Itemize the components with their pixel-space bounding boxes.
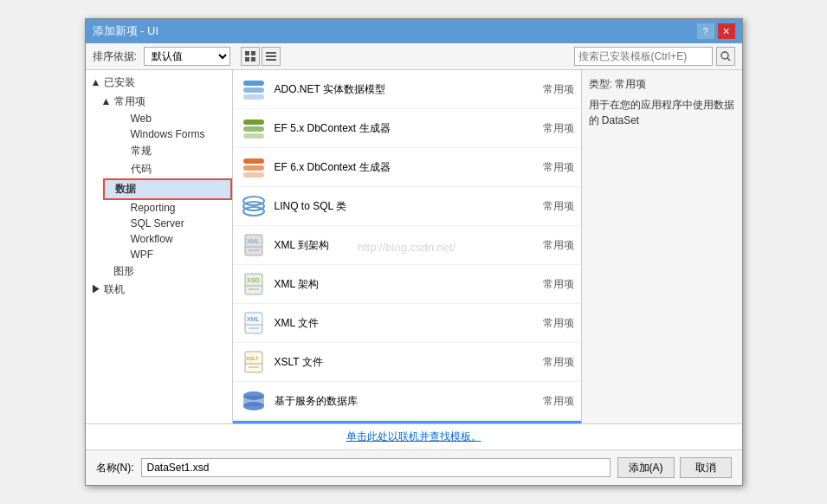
- item-category: 常用项: [522, 160, 574, 175]
- list-item[interactable]: EF 5.x DbContext 生成器常用项: [233, 109, 581, 148]
- installed-arrow: ▲: [91, 76, 104, 88]
- svg-rect-0: [245, 51, 249, 55]
- tree-item-web[interactable]: Web: [103, 111, 232, 126]
- svg-point-7: [721, 52, 728, 59]
- svg-rect-9: [243, 81, 264, 86]
- list-view-button[interactable]: [262, 47, 281, 66]
- toolbar: 排序依据: 默认值: [86, 43, 742, 70]
- bottom-link-area: 单击此处以联机并查找模板。: [86, 423, 742, 450]
- title-bar: 添加新项 - UI ? ✕: [86, 19, 742, 43]
- item-category: 常用项: [522, 82, 574, 97]
- installed-section[interactable]: ▲ ▲ 已安装已安装: [86, 74, 232, 92]
- name-input[interactable]: [141, 458, 611, 477]
- list-item[interactable]: XSLTXSLT 文件常用项: [233, 343, 581, 382]
- close-button[interactable]: ✕: [718, 23, 735, 39]
- sort-select[interactable]: 默认值: [144, 47, 230, 66]
- svg-rect-15: [243, 158, 264, 164]
- add-new-item-dialog: 添加新项 - UI ? ✕ 排序依据: 默认值: [85, 18, 743, 486]
- list-item[interactable]: ADO.NET 实体数据模型常用项: [233, 70, 581, 109]
- search-area: [574, 47, 735, 66]
- svg-text:XSLT: XSLT: [246, 356, 259, 361]
- network-section[interactable]: ▶ 联机: [86, 281, 232, 299]
- network-label: ▶ 联机: [91, 283, 125, 295]
- view-icons: [241, 47, 281, 66]
- item-icon: [240, 153, 268, 181]
- item-icon: XSD: [240, 270, 268, 298]
- item-icon: [240, 75, 268, 103]
- dialog-title: 添加新项 - UI: [93, 23, 159, 39]
- list-item[interactable]: 数据集常用项: [233, 421, 581, 423]
- item-icon: XML: [240, 231, 268, 259]
- list-item[interactable]: LINQ to SQL 类常用项: [233, 187, 581, 226]
- tree-item-wpf[interactable]: WPF: [103, 247, 232, 262]
- svg-point-39: [243, 402, 264, 410]
- tree-item-data[interactable]: 数据: [103, 178, 232, 200]
- item-icon: [240, 387, 268, 415]
- item-name: XML 到架构: [275, 238, 515, 253]
- svg-text:XML: XML: [247, 238, 260, 244]
- item-icon: XML: [240, 309, 268, 337]
- svg-rect-16: [243, 165, 264, 171]
- type-label: 类型: 常用项: [589, 77, 735, 92]
- svg-text:XML: XML: [247, 316, 260, 322]
- item-category: 常用项: [522, 199, 574, 214]
- list-item[interactable]: XMLXML 到架构常用项: [233, 226, 581, 265]
- svg-rect-10: [243, 87, 264, 93]
- item-name: 基于服务的数据库: [275, 394, 515, 409]
- list-item[interactable]: XMLXML 文件常用项: [233, 304, 581, 343]
- item-name: EF 6.x DbContext 生成器: [275, 160, 515, 175]
- search-input[interactable]: [574, 47, 713, 66]
- tree-item-winforms[interactable]: Windows Forms: [103, 126, 232, 142]
- tree-item-sqlserver[interactable]: SQL Server: [103, 216, 232, 231]
- title-bar-buttons: ? ✕: [697, 23, 735, 39]
- item-name: XML 架构: [275, 277, 515, 292]
- list-item[interactable]: EF 6.x DbContext 生成器常用项: [233, 148, 581, 187]
- help-button[interactable]: ?: [697, 23, 714, 39]
- cancel-button[interactable]: 取消: [680, 457, 732, 478]
- svg-rect-3: [251, 57, 255, 61]
- footer-buttons: 添加(A) 取消: [617, 457, 732, 478]
- item-category: 常用项: [522, 316, 574, 331]
- item-icon: [240, 192, 268, 220]
- item-icon: XSLT: [240, 348, 268, 376]
- item-name: LINQ to SQL 类: [275, 199, 515, 214]
- search-button[interactable]: [716, 47, 735, 66]
- tree-item-graphic[interactable]: 图形: [94, 262, 232, 281]
- svg-rect-11: [243, 94, 264, 100]
- svg-rect-12: [243, 120, 264, 125]
- description: 用于在您的应用程序中使用数据的 DataSet: [589, 97, 735, 128]
- item-name: ADO.NET 实体数据模型: [275, 82, 515, 97]
- content-area: ▲ ▲ 已安装已安装 ▲ 常用项 Web Windows Forms 常规 代码…: [86, 70, 742, 423]
- item-category: 常用项: [522, 121, 574, 136]
- item-name: XML 文件: [275, 316, 515, 331]
- item-name: XSLT 文件: [275, 355, 515, 370]
- svg-rect-17: [243, 172, 264, 178]
- right-panel: 类型: 常用项 用于在您的应用程序中使用数据的 DataSet: [582, 70, 742, 423]
- tree-item-normal[interactable]: 常规: [103, 142, 232, 160]
- svg-line-8: [727, 58, 730, 61]
- list-item[interactable]: XSDXML 架构常用项: [233, 265, 581, 304]
- item-category: 常用项: [522, 277, 574, 292]
- main-list: ADO.NET 实体数据模型常用项EF 5.x DbContext 生成器常用项…: [233, 70, 582, 423]
- item-category: 常用项: [522, 355, 574, 370]
- tree-item-code[interactable]: 代码: [103, 160, 232, 178]
- sort-label: 排序依据:: [93, 49, 137, 64]
- grid-view-button[interactable]: [241, 47, 260, 66]
- svg-rect-4: [266, 52, 276, 54]
- item-name: EF 5.x DbContext 生成器: [275, 121, 515, 136]
- name-label: 名称(N):: [96, 461, 134, 475]
- svg-rect-2: [245, 57, 249, 61]
- add-button[interactable]: 添加(A): [617, 457, 675, 478]
- online-link[interactable]: 单击此处以联机并查找模板。: [346, 430, 481, 443]
- item-category: 常用项: [522, 394, 574, 409]
- common-group[interactable]: ▲ 常用项: [94, 92, 232, 111]
- footer: 名称(N): 添加(A) 取消: [86, 450, 742, 485]
- list-item[interactable]: 基于服务的数据库常用项: [233, 382, 581, 421]
- svg-rect-1: [251, 51, 255, 55]
- item-icon: [240, 114, 268, 142]
- svg-text:XSD: XSD: [247, 277, 259, 283]
- svg-rect-5: [266, 55, 276, 57]
- tree-item-workflow[interactable]: Workflow: [103, 231, 232, 247]
- left-tree: ▲ ▲ 已安装已安装 ▲ 常用项 Web Windows Forms 常规 代码…: [86, 70, 233, 423]
- tree-item-reporting[interactable]: Reporting: [103, 200, 232, 216]
